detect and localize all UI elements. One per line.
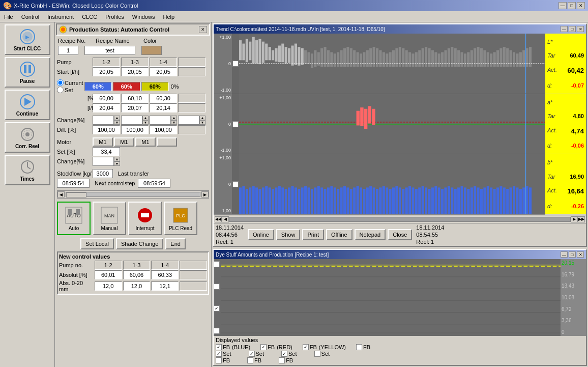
plc-read-button[interactable]: PLC PLC Read [164, 202, 197, 235]
times-button[interactable]: Times [5, 155, 50, 185]
recipe-name-input[interactable] [84, 46, 135, 55]
trend-scroll-next[interactable]: ▶ [571, 216, 578, 222]
fb2-yellow-check[interactable] [279, 357, 285, 363]
fb-blue-check[interactable] [216, 344, 222, 350]
set-local-button[interactable]: Set Local [80, 238, 114, 249]
abs020-val-3[interactable]: 12,1 [151, 281, 179, 291]
scroll-left-btn[interactable]: ◀ [57, 191, 65, 197]
current-radio[interactable] [57, 79, 64, 86]
trend-close-button[interactable]: Close [388, 229, 412, 240]
change-down-4[interactable]: ▼ [199, 120, 205, 125]
change-input-1[interactable] [93, 116, 114, 125]
menu-control[interactable]: Control [17, 11, 43, 22]
dill-val-1[interactable]: 100,00 [93, 125, 120, 134]
change-down-2[interactable]: ▼ [142, 120, 149, 125]
abs020-val-2[interactable]: 12,0 [123, 281, 151, 291]
recipe-no-input[interactable] [58, 46, 78, 55]
trend-minimize[interactable]: — [561, 26, 568, 32]
start-val-2[interactable]: 20,05 [121, 67, 149, 76]
interrupt-button[interactable]: Interrupt [128, 202, 162, 235]
dye-minimize[interactable]: — [561, 251, 568, 258]
middle-scroll[interactable]: ◀ ▶ [57, 190, 209, 199]
change-pct2-input[interactable] [93, 157, 114, 166]
dill-val-2[interactable]: 100,00 [121, 125, 149, 134]
change-down-1[interactable]: ▼ [114, 120, 120, 125]
scroll-thumb[interactable] [66, 192, 86, 197]
dye-maximize[interactable]: □ [569, 251, 576, 258]
abs-val-3[interactable]: 60,33 [151, 270, 179, 279]
pause-button[interactable]: Pause [5, 57, 50, 88]
l-checkbox[interactable] [232, 61, 239, 67]
stockflow-input[interactable] [93, 169, 113, 178]
menu-clcc[interactable]: CLCC [78, 11, 101, 22]
l-check[interactable] [232, 61, 239, 67]
minimize-button[interactable]: — [558, 2, 567, 9]
online-button[interactable]: Online [248, 229, 274, 240]
corr-reel-button[interactable]: Corr. Reel [5, 122, 50, 153]
time1-input[interactable] [57, 179, 90, 188]
menu-profiles[interactable]: Profiles [101, 11, 128, 22]
change-input-3[interactable] [150, 116, 171, 125]
abs-val-2[interactable]: 60,06 [123, 270, 151, 279]
prod-status-close[interactable]: ✕ [199, 26, 207, 33]
change-up-2[interactable]: ▲ [142, 116, 149, 120]
trend-hscroll[interactable]: ◀◀ ◀ ▶ ▶▶ [214, 215, 586, 223]
start-val-1[interactable]: 20,05 [93, 67, 120, 76]
trend-scroll-left[interactable]: ◀◀ [215, 216, 222, 222]
set-extra-check[interactable] [314, 351, 320, 357]
dye-check-1[interactable] [214, 261, 220, 267]
change-pct2-up[interactable]: ▲ [114, 157, 120, 161]
set-yellow-check[interactable] [281, 351, 287, 357]
dye-check-3[interactable] [214, 305, 220, 312]
fb-yellow-check[interactable] [303, 344, 309, 350]
trend-scroll-right[interactable]: ▶▶ [578, 216, 585, 222]
close-button[interactable]: ✕ [577, 2, 585, 9]
change-input-4[interactable] [178, 116, 199, 125]
set-blue-check[interactable] [216, 351, 222, 357]
change-down-3[interactable]: ▼ [171, 120, 177, 125]
fb2-red-check[interactable] [247, 357, 253, 363]
continue-button[interactable]: Continue [5, 90, 50, 120]
notepad-button[interactable]: Notepad [355, 229, 386, 240]
a-check[interactable] [232, 121, 239, 127]
print-button[interactable]: Print [302, 229, 324, 240]
change-up-3[interactable]: ▲ [171, 116, 177, 120]
fb-red-check[interactable] [260, 344, 267, 350]
scroll-right-btn[interactable]: ▶ [201, 191, 209, 197]
trend-scroll-prev[interactable]: ◀ [222, 216, 229, 222]
start-clcc-button[interactable]: ▶ Start CLCC [5, 24, 50, 55]
menu-help[interactable]: Help [159, 11, 179, 22]
time2-input[interactable] [138, 179, 170, 188]
set-pct2-input[interactable] [93, 147, 120, 156]
shade-change-button[interactable]: Shade Change [116, 238, 163, 249]
set-pct-3[interactable]: 60,30 [150, 94, 177, 103]
abs020-val-1[interactable]: 12,0 [95, 281, 122, 291]
menu-instrument[interactable]: Instrument [43, 11, 78, 22]
fb2-blue-check[interactable] [216, 357, 222, 363]
start-val-3[interactable]: 20,05 [150, 67, 177, 76]
trend-close[interactable]: ✕ [577, 26, 584, 32]
change-up-4[interactable]: ▲ [199, 116, 205, 120]
menu-file[interactable]: File [0, 11, 17, 22]
offline-button[interactable]: Offline [326, 229, 352, 240]
dye-check-2[interactable] [214, 284, 220, 290]
maximize-button[interactable]: □ [568, 2, 576, 9]
show-button[interactable]: Show [276, 229, 301, 240]
change-input-2[interactable] [121, 116, 142, 125]
dye-check-4[interactable] [214, 328, 220, 334]
a-checkbox[interactable] [232, 121, 239, 127]
set-pct-2[interactable]: 60,10 [121, 94, 149, 103]
dye-close[interactable]: ✕ [577, 251, 584, 258]
abs-val-1[interactable]: 60,01 [95, 270, 122, 279]
end-button[interactable]: End [165, 238, 186, 249]
manual-button[interactable]: MAN Manual [93, 202, 126, 235]
trend-maximize[interactable]: □ [569, 26, 576, 32]
set-radio-item[interactable]: Set [57, 87, 83, 93]
change-up-1[interactable]: ▲ [114, 116, 120, 120]
auto-button[interactable]: AUTO Auto [57, 202, 91, 235]
set-red-check[interactable] [249, 351, 255, 357]
fb-extra-check[interactable] [356, 344, 362, 350]
set-pct-1[interactable]: 60,00 [93, 94, 120, 103]
set-radio[interactable] [57, 87, 64, 93]
b-check[interactable] [232, 181, 239, 187]
